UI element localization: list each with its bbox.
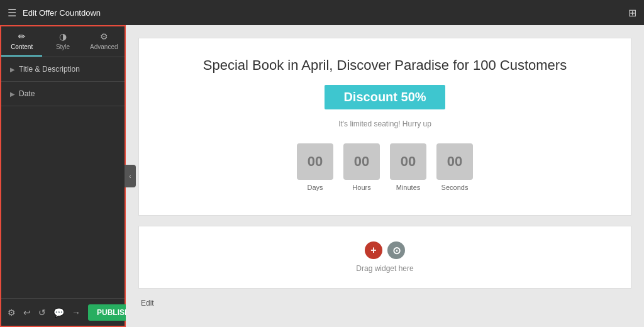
hamburger-icon[interactable]: ☰ [8, 7, 16, 19]
seconds-box: 00 [436, 143, 473, 180]
sidebar-section-date[interactable]: ▶ Date [1, 82, 125, 106]
hours-label: Hours [352, 184, 370, 191]
add-widget-button[interactable]: + [365, 241, 382, 259]
sidebar-collapse-toggle[interactable]: ‹ [125, 165, 136, 187]
tab-style[interactable]: ◑ Style [42, 26, 83, 57]
advanced-icon: ⚙ [100, 31, 108, 42]
tab-content-label: Content [11, 43, 33, 50]
widget-options-button[interactable]: ⊙ [387, 241, 405, 259]
sidebar-section-title-desc[interactable]: ▶ Title & Description [1, 57, 125, 82]
days-box: 00 [297, 143, 333, 180]
tab-advanced-label: Advanced [90, 43, 118, 50]
seconds-label: Seconds [441, 184, 469, 191]
tab-style-label: Style [56, 43, 70, 50]
tab-content[interactable]: ✏ Content [1, 26, 42, 57]
content-icon: ✏ [18, 31, 26, 42]
hours-box: 00 [343, 143, 380, 180]
collapse-icon: ‹ [129, 173, 131, 180]
chevron-icon-title: ▶ [10, 66, 15, 73]
offer-countdown-widget: Special Book in April, Discover Paradise… [138, 38, 631, 216]
edit-label: Edit [138, 299, 631, 308]
settings-icon[interactable]: ⚙ [8, 308, 16, 318]
main-layout: ✏ Content ◑ Style ⚙ Advanced ▶ Title & D… [0, 25, 644, 327]
drag-label: Drag widget here [356, 264, 413, 273]
top-bar-left: ☰ Edit Offer Countdown [8, 7, 101, 19]
widget-title: Special Book in April, Discover Paradise… [152, 57, 618, 74]
limited-text: It's limited seating! Hurry up [152, 119, 618, 128]
tab-advanced[interactable]: ⚙ Advanced [84, 26, 125, 57]
top-bar-title: Edit Offer Countdown [23, 8, 101, 18]
countdown-hours: 00 Hours [343, 143, 380, 191]
date-label: Date [19, 89, 35, 98]
grid-icon[interactable]: ⊞ [628, 7, 636, 19]
minutes-box: 00 [390, 143, 426, 180]
top-bar: ☰ Edit Offer Countdown ⊞ [0, 0, 644, 25]
minutes-label: Minutes [396, 184, 421, 191]
discount-badge: Discount 50% [325, 85, 445, 109]
redo-icon[interactable]: ↺ [38, 308, 46, 318]
sidebar: ✏ Content ◑ Style ⚙ Advanced ▶ Title & D… [0, 25, 126, 327]
comment-icon[interactable]: 💬 [53, 308, 64, 318]
empty-widget-area: + ⊙ Drag widget here [138, 226, 631, 289]
countdown-days: 00 Days [297, 143, 333, 191]
canvas-area: Special Book in April, Discover Paradise… [126, 25, 644, 327]
sidebar-bottom: ⚙ ↩ ↺ 💬 → PUBLISH ▲ [1, 298, 125, 326]
chevron-icon-date: ▶ [10, 91, 15, 97]
arrow-icon[interactable]: → [72, 308, 80, 318]
days-label: Days [307, 184, 323, 191]
widget-add-row: + ⊙ [365, 241, 405, 259]
sidebar-tabs: ✏ Content ◑ Style ⚙ Advanced [1, 26, 125, 57]
title-desc-label: Title & Description [19, 65, 80, 74]
sidebar-wrapper: ✏ Content ◑ Style ⚙ Advanced ▶ Title & D… [0, 25, 126, 327]
countdown-seconds: 00 Seconds [436, 143, 473, 191]
countdown-row: 00 Days 00 Hours 00 Minutes 00 Seconds [152, 143, 618, 191]
undo-icon[interactable]: ↩ [23, 308, 31, 318]
style-icon: ◑ [59, 31, 67, 42]
countdown-minutes: 00 Minutes [390, 143, 426, 191]
